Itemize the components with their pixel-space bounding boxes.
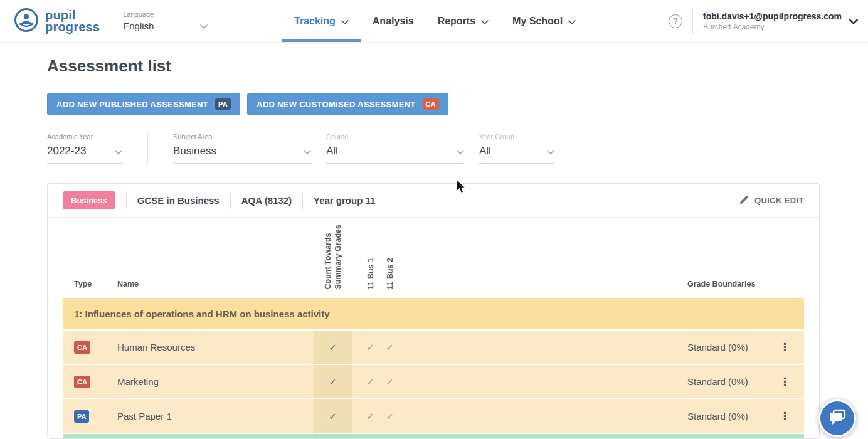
pa-badge: PA bbox=[215, 98, 231, 110]
quick-edit-button[interactable]: QUICK EDIT bbox=[739, 195, 804, 206]
check-icon: ✓ bbox=[386, 342, 394, 353]
chat-bubble-icon bbox=[828, 409, 847, 428]
chevron-down-icon bbox=[304, 145, 311, 157]
check-icon: ✓ bbox=[366, 342, 374, 353]
pupil-progress-logo-icon bbox=[14, 8, 39, 35]
check-icon: ✓ bbox=[366, 376, 374, 388]
year-group-title: Year group 11 bbox=[314, 195, 375, 206]
column-header-type: Type bbox=[74, 280, 92, 298]
column-header-grade-boundaries: Grade Boundaries bbox=[687, 280, 755, 298]
nav-item-reports[interactable]: Reports bbox=[426, 0, 500, 42]
row-menu-kebab-icon[interactable]: ⋮ bbox=[780, 376, 790, 387]
chevron-down-icon bbox=[200, 20, 208, 31]
assessment-name[interactable]: Past Paper 1 bbox=[117, 399, 314, 433]
check-icon: ✓ bbox=[329, 376, 337, 388]
pupil-progress-logo[interactable]: pupil progress bbox=[0, 8, 100, 35]
header-divider bbox=[110, 9, 110, 33]
chevron-down-icon bbox=[115, 145, 122, 157]
check-icon: ✓ bbox=[329, 411, 337, 422]
help-icon[interactable]: ? bbox=[669, 14, 682, 28]
subject-area-filter[interactable]: Subject Area Business bbox=[173, 133, 311, 164]
card-header-divider bbox=[126, 193, 127, 209]
column-header-class-11-bus-1: 11 Bus 1 bbox=[366, 258, 376, 290]
user-account[interactable]: tobi.davis+1@pupilprogress.com Burchett … bbox=[703, 11, 842, 31]
assessment-name[interactable]: Marketing bbox=[117, 365, 314, 398]
chevron-down-icon[interactable] bbox=[849, 16, 858, 27]
unit-section-header: 1: Influences of operations and HRM on b… bbox=[63, 298, 804, 329]
chevron-down-icon bbox=[341, 16, 349, 27]
top-header: pupil progress Language English Tracking… bbox=[0, 0, 868, 43]
chevron-down-icon bbox=[481, 16, 489, 27]
grade-boundary-value[interactable]: Standard (0%) bbox=[687, 411, 748, 421]
class-2-cell[interactable]: ✓ bbox=[380, 399, 400, 433]
chat-widget-button[interactable] bbox=[818, 399, 856, 437]
check-icon: ✓ bbox=[329, 342, 337, 353]
column-header-class-11-bus-2: 11 Bus 2 bbox=[385, 258, 395, 290]
row-menu-kebab-icon[interactable]: ⋮ bbox=[780, 411, 790, 421]
card-header-divider bbox=[302, 193, 303, 209]
assessment-actions: ADD NEW PUBLISHED ASSESSMENT PA ADD NEW … bbox=[47, 93, 448, 115]
column-header-count-towards-summary-grades: Count Towards Summary Grades bbox=[323, 225, 343, 290]
type-badge-ca: CA bbox=[74, 341, 90, 354]
class-1-cell[interactable]: ✓ bbox=[361, 365, 380, 398]
nav-item-analysis[interactable]: Analysis bbox=[361, 0, 426, 42]
language-label: Language bbox=[123, 11, 208, 18]
header-right: ? tobi.davis+1@pupilprogress.com Burchet… bbox=[669, 8, 868, 34]
course-filter[interactable]: Course All bbox=[326, 133, 464, 164]
grade-boundary-value[interactable]: Standard (0%) bbox=[687, 376, 748, 387]
table-header-row: Type Name Count Towards Summary Grades 1… bbox=[63, 218, 804, 298]
next-section-header-peek bbox=[63, 434, 804, 439]
header-divider bbox=[692, 8, 693, 34]
column-header-name: Name bbox=[117, 280, 139, 298]
user-email: tobi.davis+1@pupilprogress.com bbox=[703, 11, 842, 21]
chevron-down-icon bbox=[547, 145, 554, 157]
add-published-assessment-button[interactable]: ADD NEW PUBLISHED ASSESSMENT PA bbox=[47, 93, 240, 115]
subject-badge: Business bbox=[63, 191, 115, 209]
exam-board: AQA (8132) bbox=[241, 195, 292, 206]
qualification-title: GCSE in Business bbox=[137, 195, 220, 206]
type-badge-pa: PA bbox=[74, 410, 89, 423]
class-1-cell[interactable]: ✓ bbox=[361, 399, 380, 433]
page-title: Assessment list bbox=[47, 56, 171, 76]
assessment-row: CA Human Resources ✓ ✓ ✓ Standard (0%) ⋮ bbox=[63, 331, 804, 364]
assessment-row: PA Past Paper 1 ✓ ✓ ✓ Standard (0%) ⋮ bbox=[63, 399, 804, 433]
class-2-cell[interactable]: ✓ bbox=[380, 331, 400, 364]
main-nav: Tracking Analysis Reports My School bbox=[282, 0, 588, 42]
assessment-row: CA Marketing ✓ ✓ ✓ Standard (0%) ⋮ bbox=[63, 365, 804, 398]
check-icon: ✓ bbox=[366, 411, 374, 422]
pencil-icon bbox=[739, 195, 749, 206]
filter-divider bbox=[147, 133, 148, 164]
year-group-filter[interactable]: Year Group All bbox=[479, 133, 554, 164]
nav-item-my-school[interactable]: My School bbox=[500, 0, 588, 42]
course-card: Business GCSE in Business AQA (8132) Yea… bbox=[47, 183, 820, 439]
nav-item-tracking[interactable]: Tracking bbox=[282, 0, 361, 42]
class-2-cell[interactable]: ✓ bbox=[380, 365, 400, 398]
chevron-down-icon bbox=[568, 16, 576, 27]
class-1-cell[interactable]: ✓ bbox=[361, 331, 380, 364]
card-header-divider bbox=[230, 193, 231, 209]
add-customised-assessment-button[interactable]: ADD NEW CUSTOMISED ASSESSMENT CA bbox=[247, 93, 448, 115]
logo-wordmark: pupil progress bbox=[45, 9, 100, 33]
ca-badge: CA bbox=[423, 98, 440, 110]
grade-boundary-value[interactable]: Standard (0%) bbox=[687, 342, 748, 352]
assessment-table: Type Name Count Towards Summary Grades 1… bbox=[63, 218, 804, 439]
filter-bar: Academic Year 2022-23 Subject Area Busin… bbox=[47, 133, 554, 164]
course-card-header: Business GCSE in Business AQA (8132) Yea… bbox=[48, 184, 819, 218]
language-select[interactable]: Language English bbox=[123, 11, 208, 31]
check-icon: ✓ bbox=[386, 376, 394, 388]
language-value: English bbox=[123, 21, 154, 31]
type-badge-ca: CA bbox=[74, 376, 90, 388]
row-menu-kebab-icon[interactable]: ⋮ bbox=[780, 342, 790, 352]
count-towards-cell[interactable]: ✓ bbox=[314, 365, 352, 398]
assessment-name[interactable]: Human Resources bbox=[117, 331, 314, 364]
academic-year-filter[interactable]: Academic Year 2022-23 bbox=[47, 133, 122, 164]
chevron-down-icon bbox=[457, 145, 464, 157]
count-towards-cell[interactable]: ✓ bbox=[314, 331, 352, 364]
check-icon: ✓ bbox=[386, 411, 394, 422]
user-school: Burchett Academy bbox=[703, 23, 842, 31]
count-towards-cell[interactable]: ✓ bbox=[314, 399, 352, 433]
